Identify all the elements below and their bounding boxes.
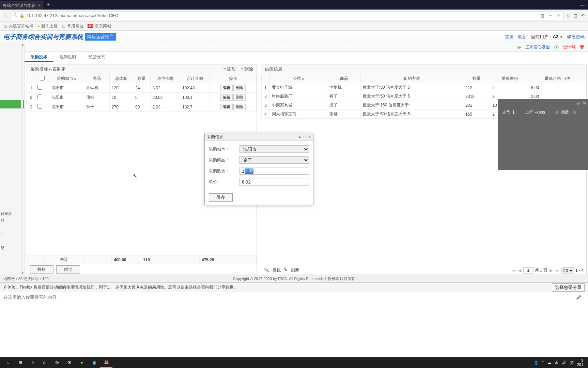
sort-icon[interactable]: ◆ <box>74 77 76 80</box>
browser-tab[interactable]: 务综合实训与竞赛 × <box>0 1 43 10</box>
price-input[interactable] <box>239 178 309 186</box>
delete-button[interactable]: ≡删除 <box>241 66 253 72</box>
bookmark-item[interactable]: JD京东商城 <box>88 23 111 29</box>
volume-icon[interactable]: 🔊 <box>562 360 567 365</box>
find-link[interactable]: 查找 <box>273 267 281 273</box>
row-delete-button[interactable]: 删除 <box>233 85 246 91</box>
row-checkbox[interactable] <box>37 94 42 99</box>
window-minimize-icon[interactable]: — <box>580 2 588 8</box>
lock-icon[interactable]: 🔓 <box>19 13 25 18</box>
app-icon[interactable]: ● <box>76 357 88 368</box>
mail-icon[interactable]: ✉ <box>63 357 76 368</box>
page-size-select[interactable]: 20 <box>561 267 574 274</box>
stream-overlay[interactable]: ◎ ⊗ 人气 1 上行 -kbps 画质 <box>498 99 588 170</box>
pager: 🔍 查找 ↻ 刷新 ⏮ ◀ 共 1 页 ▶ ⏭ 20 1 - 4 <box>261 266 586 275</box>
table-row[interactable]: 2 沈阳市项链10520.02100.1 编辑删除 <box>27 93 257 102</box>
new-tab-button[interactable]: + <box>47 2 50 8</box>
library-icon[interactable]: ⎙ <box>567 13 569 18</box>
sidebar-labels: 付账款 息 I 息 <box>1 210 12 251</box>
edit-button[interactable]: 编辑 <box>220 85 233 91</box>
list-icon: ≡ <box>223 67 226 72</box>
refresh-icon[interactable]: ↻ <box>284 267 288 273</box>
menu-icon[interactable]: ⋯ <box>548 13 553 18</box>
clock[interactable]: 1201 <box>577 358 583 367</box>
network-icon[interactable]: 🖧 <box>555 360 558 365</box>
url-input[interactable] <box>27 13 541 18</box>
home-icon[interactable]: ⌂ <box>3 13 7 19</box>
nav-refresh[interactable]: 刷新 <box>518 34 527 40</box>
dialog-header[interactable]: 采购信息 ▲ □ ✕ <box>205 133 313 141</box>
bookmark-item[interactable]: ●新手上路 <box>37 23 58 29</box>
firefox-taskbar-icon[interactable]: 🦊 <box>100 357 112 368</box>
dialog-collapse-icon[interactable]: ▲ <box>298 135 301 139</box>
search-icon[interactable]: 🔍 <box>264 267 269 273</box>
city-select[interactable]: 沈阳市 <box>239 145 309 153</box>
edge-icon[interactable]: e <box>27 357 39 368</box>
table-row[interactable]: 3 沈阳市裤子270902.03182.7 编辑删除 <box>27 102 257 112</box>
sidebar-toggle-icon[interactable]: ◫ <box>573 13 577 18</box>
select-all-checkbox[interactable] <box>40 76 45 80</box>
row-delete-button[interactable]: 删除 <box>233 94 246 101</box>
people-icon[interactable]: 👤 <box>534 360 539 365</box>
refresh-link[interactable]: 刷新 <box>291 267 299 273</box>
sort-icon[interactable]: ◆ <box>302 77 304 80</box>
bookmark-item[interactable]: 🗀火狐官方站点 <box>3 23 33 29</box>
page-prev-icon[interactable]: ◀ <box>517 268 522 273</box>
store-icon[interactable]: 🛍 <box>51 357 63 368</box>
notice-choose-button[interactable]: 选择您要分享 <box>552 283 585 292</box>
page-total: 共 1 页 <box>535 267 547 273</box>
tab-status[interactable]: 经营状态 <box>82 52 111 62</box>
row-checkbox[interactable] <box>37 85 42 90</box>
chevron-down-icon[interactable]: ▼ <box>560 35 563 39</box>
row-checkbox[interactable] <box>37 104 42 109</box>
dialog-close-icon[interactable]: ✕ <box>308 135 311 139</box>
tab-rules[interactable]: 规则说明 <box>53 52 82 62</box>
bid-button[interactable]: 投标 <box>30 265 53 274</box>
calendar-icon[interactable]: 📅 <box>579 45 585 50</box>
dialog-maximize-icon[interactable]: □ <box>304 135 306 139</box>
tray-chevron-icon[interactable]: ˄ <box>542 360 544 365</box>
nav-home[interactable]: 首页 <box>505 34 514 40</box>
dialog-title: 采购信息 <box>207 134 223 140</box>
overlay-close-icon[interactable]: ⊗ <box>583 101 586 105</box>
edit-button[interactable]: 编辑 <box>220 94 233 101</box>
add-button[interactable]: ≡添加 <box>223 66 236 72</box>
table-row[interactable]: 1黄金电子城油烟机数量大于:50 信誉度大于:541258.00 <box>262 83 586 92</box>
explorer-icon[interactable]: 🗀 <box>39 357 51 368</box>
close-icon[interactable]: × <box>38 3 41 8</box>
page-next-icon[interactable]: ▶ <box>549 268 553 273</box>
reader-icon[interactable]: ▥ <box>541 13 544 18</box>
mic-icon[interactable]: 🎤 <box>576 295 581 300</box>
fund-link[interactable]: 玉米爱心基金 <box>525 44 550 50</box>
cortana-icon[interactable]: ○ <box>2 357 14 368</box>
cloud-icon[interactable]: ☁ <box>547 360 551 365</box>
page-last-icon[interactable]: ⏭ <box>555 268 560 273</box>
taskview-icon[interactable]: ⊞ <box>14 357 27 368</box>
tab-purchase-bid[interactable]: 采购投标 <box>25 52 53 62</box>
sound-icon[interactable]: 🕪 <box>517 45 521 50</box>
page-first-icon[interactable]: ⏮ <box>511 268 516 273</box>
product-select[interactable]: 桌子 <box>239 156 309 164</box>
info-icon[interactable]: ⓘ <box>13 13 17 18</box>
back-icon[interactable]: ↶ <box>581 13 585 18</box>
sidebar-active-item[interactable] <box>0 100 24 108</box>
row-delete-button[interactable]: 删除 <box>233 104 246 110</box>
sidebar-scrollbar[interactable]: ▲ ▼ <box>21 43 23 275</box>
page-input[interactable] <box>523 267 533 274</box>
windows-search-bar[interactable]: 🎤 <box>0 292 588 302</box>
scroll-down-icon[interactable]: ▼ <box>21 271 24 275</box>
bookmark-item[interactable]: 🗀常用网址 <box>62 23 83 29</box>
status-dot-icon <box>555 111 559 114</box>
change-password-link[interactable]: 修改密码 <box>567 34 585 40</box>
search-input[interactable] <box>3 295 576 300</box>
overlay-eye-icon[interactable]: ◎ <box>576 101 580 105</box>
skip-button[interactable]: 跳过 <box>56 265 80 274</box>
app-icon[interactable]: ▣ <box>88 357 100 368</box>
edit-button[interactable]: 编辑 <box>220 104 233 110</box>
scroll-up-icon[interactable]: ▲ <box>21 43 23 46</box>
table-row[interactable]: 1 沈阳市油烟机120248.02192.48 编辑删除 <box>27 83 257 93</box>
ime-indicator[interactable]: 英 <box>570 360 574 365</box>
save-button[interactable]: 保存 <box>209 193 233 202</box>
url-box[interactable]: ⓘ 🔓 ▥ ⋯ ☆ <box>10 11 563 20</box>
bookmark-star-icon[interactable]: ☆ <box>557 13 560 18</box>
